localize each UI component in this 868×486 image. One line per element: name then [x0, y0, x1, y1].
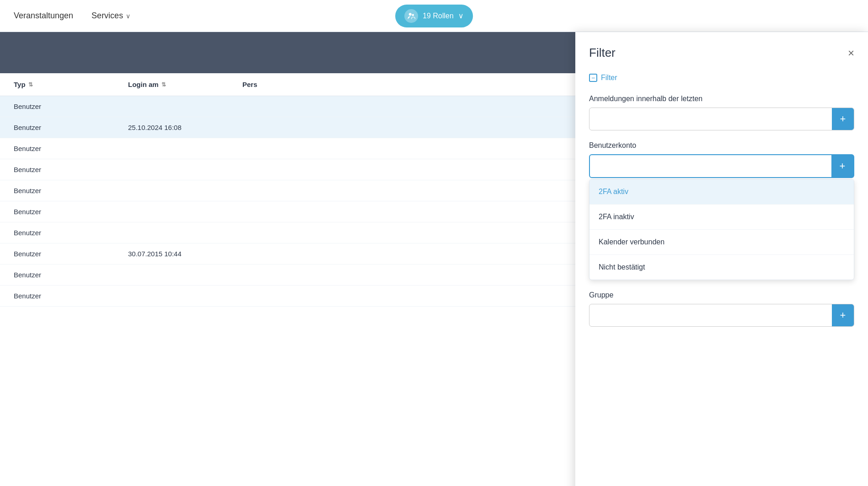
- cell-typ: Benutzer: [14, 208, 128, 216]
- dropdown-item-nicht-bestaetigt[interactable]: Nicht bestätigt: [589, 255, 854, 280]
- anmeldungen-section: Anmeldungen innerhalb der letzten +: [589, 95, 854, 130]
- benutzerkonto-input-container: +: [589, 154, 854, 178]
- cell-typ: Benutzer: [14, 103, 128, 110]
- anmeldungen-input[interactable]: [589, 110, 832, 129]
- nav-events[interactable]: Veranstaltungen: [14, 11, 73, 21]
- dropdown-item-2fa-aktiv[interactable]: 2FA aktiv: [589, 179, 854, 205]
- cell-typ: Benutzer: [14, 124, 128, 131]
- filter-panel: Filter × − Filter Anmeldungen innerhalb …: [575, 32, 868, 486]
- svg-point-1: [412, 14, 414, 16]
- minus-icon: −: [589, 74, 597, 82]
- benutzerkonto-add-button[interactable]: +: [831, 155, 853, 177]
- dropdown-item-kalender[interactable]: Kalender verbunden: [589, 230, 854, 255]
- chevron-down-icon: ∨: [126, 12, 130, 20]
- cell-login: 25.10.2024 16:08: [128, 124, 242, 131]
- top-nav: Veranstaltungen Services ∨ 19 Rollen ∨: [0, 0, 868, 32]
- anmeldungen-label: Anmeldungen innerhalb der letzten: [589, 95, 854, 103]
- benutzerkonto-dropdown: 2FA aktiv 2FA inaktiv Kalender verbunden…: [589, 179, 854, 280]
- cell-typ: Benutzer: [14, 145, 128, 152]
- sort-icon-typ[interactable]: ⇅: [28, 81, 33, 88]
- cell-typ: Benutzer: [14, 250, 128, 258]
- cell-typ: Benutzer: [14, 187, 128, 194]
- svg-point-0: [409, 13, 412, 16]
- gruppe-section: Gruppe +: [589, 291, 854, 327]
- benutzerkonto-label: Benutzerkonto: [589, 141, 854, 150]
- column-header-typ: Typ ⇅: [14, 81, 128, 88]
- sort-icon-login[interactable]: ⇅: [161, 81, 166, 88]
- anmeldungen-add-button[interactable]: +: [832, 108, 854, 130]
- column-header-login: Login am ⇅: [128, 81, 242, 88]
- main-content: Veranstaltungen Services ∨ 19 Rollen ∨: [0, 0, 868, 486]
- content-area: Filter ∨ S Typ ⇅ Login am ⇅ Pers: [0, 32, 868, 486]
- filter-panel-header: Filter ×: [589, 46, 854, 60]
- nav-services[interactable]: Services ∨: [91, 11, 130, 21]
- benutzerkonto-input[interactable]: [590, 157, 831, 176]
- gruppe-input-row: +: [589, 304, 854, 327]
- filter-panel-title: Filter: [589, 46, 616, 60]
- cell-login: 30.07.2015 10:44: [128, 250, 242, 258]
- benutzerkonto-section: Benutzerkonto + 2FA aktiv 2FA i: [589, 141, 854, 280]
- roles-chevron-icon: ∨: [458, 11, 464, 20]
- column-header-pers: Pers: [242, 81, 357, 88]
- gruppe-label: Gruppe: [589, 291, 854, 299]
- benutzerkonto-input-row: +: [590, 155, 853, 177]
- gruppe-input[interactable]: [589, 306, 832, 325]
- roles-button[interactable]: 19 Rollen ∨: [395, 5, 473, 27]
- cell-typ: Benutzer: [14, 271, 128, 279]
- filter-collapse-button[interactable]: − Filter: [589, 74, 854, 82]
- cell-typ: Benutzer: [14, 229, 128, 237]
- cell-typ: Benutzer: [14, 292, 128, 300]
- anmeldungen-input-row: +: [589, 108, 854, 130]
- cell-typ: Benutzer: [14, 166, 128, 173]
- close-filter-button[interactable]: ×: [848, 48, 854, 59]
- gruppe-add-button[interactable]: +: [832, 304, 854, 326]
- roles-icon: [404, 9, 418, 23]
- dropdown-item-2fa-inaktiv[interactable]: 2FA inaktiv: [589, 205, 854, 230]
